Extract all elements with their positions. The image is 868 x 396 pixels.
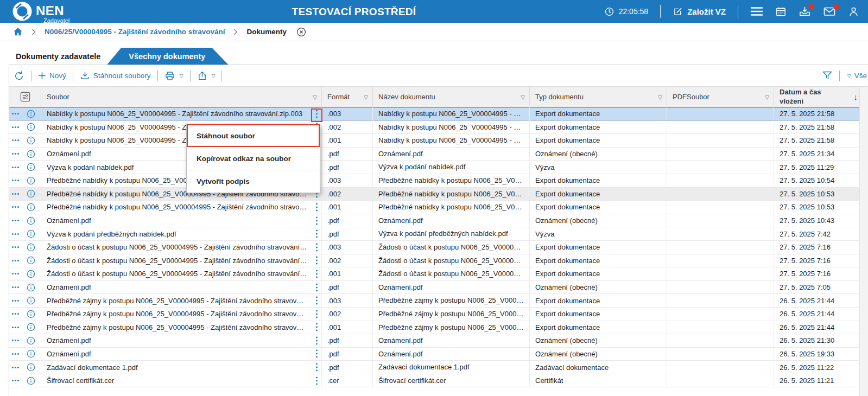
row-kebab-button[interactable] — [315, 202, 319, 212]
row-info-icon[interactable] — [27, 203, 35, 212]
row-info-icon[interactable] — [27, 283, 35, 292]
table-row[interactable]: Oznámení.pdf .pdf Oznámení.pdf Oznámení … — [9, 214, 868, 228]
row-info-icon[interactable] — [27, 296, 35, 305]
table-row[interactable]: Výzva k podání předběžných nabídek.pdf .… — [9, 227, 868, 241]
row-menu-icon[interactable] — [11, 165, 20, 169]
row-menu-icon[interactable] — [11, 366, 20, 369]
table-row[interactable]: Předběžné zájmy k postupu N006_25_V00004… — [9, 308, 868, 321]
table-row[interactable]: Předběžné zájmy k postupu N006_25_V00004… — [9, 321, 868, 335]
table-row[interactable]: Nabídky k postupu N006_25_V00004995 - Za… — [9, 121, 868, 135]
row-info-icon[interactable] — [27, 310, 35, 318]
row-kebab-button[interactable] — [315, 282, 319, 292]
table-row[interactable]: Nabídky k postupu N006_25_V00004995 - Za… — [9, 107, 868, 121]
table-row[interactable]: Žádosti o účast k postupu N006_25_V00004… — [9, 241, 868, 254]
row-menu-icon[interactable] — [11, 138, 20, 142]
new-button[interactable]: Nový — [38, 72, 66, 80]
row-menu-icon[interactable] — [11, 259, 20, 263]
row-info-icon[interactable] — [27, 163, 35, 171]
col-typ-dokumentu[interactable]: Typ dokumentu▽ — [530, 87, 667, 107]
export-dropdown-arrow[interactable]: ▽ — [212, 73, 216, 79]
col-format[interactable]: Formát▽ — [322, 87, 373, 107]
print-button[interactable]: ▽ — [164, 71, 183, 81]
menu-item-vytvorit-podpis[interactable]: Vytvořit podpis — [187, 170, 320, 193]
row-menu-icon[interactable] — [11, 112, 20, 116]
row-kebab-button[interactable] — [315, 322, 319, 333]
table-row[interactable]: Zadávací dokumentace 1.pdf .pdf Zadávací… — [9, 361, 868, 374]
row-info-icon[interactable] — [27, 376, 35, 385]
filter-arrow-icon[interactable]: ▽ — [313, 94, 317, 100]
row-info-icon[interactable] — [27, 270, 35, 278]
row-kebab-button[interactable] — [315, 215, 319, 226]
row-kebab-button[interactable] — [315, 108, 319, 119]
filter-arrow-icon[interactable]: ▽ — [521, 94, 525, 100]
tab-dokumenty-zadavatele[interactable]: Dokumenty zadavatele — [9, 48, 115, 65]
row-info-icon[interactable] — [27, 229, 35, 238]
table-row[interactable]: Žádosti o účast k postupu N006_25_V00004… — [9, 254, 868, 268]
tab-vsechny-dokumenty[interactable]: Všechny dokumenty — [107, 48, 228, 65]
row-info-icon[interactable] — [27, 336, 35, 345]
row-menu-icon[interactable] — [11, 379, 20, 382]
row-kebab-button[interactable] — [315, 229, 319, 239]
breadcrumb-link-procedure[interactable]: N006/25/V00004995 - Zajištění závodního … — [45, 28, 225, 36]
nen-logo[interactable]: NEN Zadavatel — [12, 1, 69, 24]
main-menu-button[interactable] — [750, 6, 763, 17]
filter-button[interactable] — [822, 71, 833, 81]
table-row[interactable]: Žádosti o účast k postupu N006_25_V00004… — [9, 267, 868, 281]
print-dropdown-arrow[interactable]: ▽ — [180, 73, 183, 79]
sort-desc-icon[interactable]: ↓ — [854, 92, 858, 102]
view-filter-dropdown[interactable]: ▽ Vše — [846, 72, 867, 80]
row-kebab-button[interactable] — [315, 269, 319, 279]
row-kebab-button[interactable] — [315, 362, 319, 373]
vertical-scrollbar[interactable] — [859, 87, 868, 396]
row-info-icon[interactable] — [27, 243, 35, 252]
row-info-icon[interactable] — [27, 216, 35, 225]
table-row[interactable]: Výzva k podání nabídek.pdf .pdf Výzva k … — [9, 161, 868, 174]
col-soubor[interactable]: Soubor▽ — [41, 87, 322, 107]
messages-button[interactable] — [823, 6, 836, 17]
table-row[interactable]: Šifrovací certifikát.cer .cer Šifrovací … — [9, 374, 868, 388]
row-info-icon[interactable] — [27, 323, 35, 331]
row-info-icon[interactable] — [27, 256, 35, 265]
row-menu-icon[interactable] — [11, 205, 20, 209]
profile-button[interactable] — [848, 6, 859, 17]
row-info-icon[interactable] — [27, 136, 35, 145]
row-menu-icon[interactable] — [11, 192, 20, 196]
row-kebab-button[interactable] — [315, 335, 319, 346]
breadcrumb-close-button[interactable] — [296, 27, 306, 37]
row-info-icon[interactable] — [27, 349, 35, 358]
row-menu-icon[interactable] — [11, 219, 20, 222]
col-datum-a-cas-vlozeni[interactable]: Datum a čas vložení↓ — [774, 87, 860, 107]
row-kebab-button[interactable] — [315, 296, 319, 306]
col-nazev-dokumentu[interactable]: Název dokumentu▽ — [373, 87, 530, 107]
export-button[interactable]: ▽ — [197, 71, 216, 81]
calendar-button[interactable] — [775, 6, 787, 17]
row-menu-icon[interactable] — [11, 352, 20, 356]
home-button[interactable] — [13, 27, 23, 36]
download-files-button[interactable]: Stáhnout soubory — [80, 71, 151, 81]
row-menu-icon[interactable] — [11, 245, 20, 249]
row-menu-icon[interactable] — [11, 272, 20, 276]
row-menu-icon[interactable] — [11, 325, 20, 329]
create-vz-button[interactable]: Založit VZ — [673, 7, 726, 17]
table-row[interactable]: Předběžné nabídky k postupu N006_25_V000… — [9, 201, 868, 214]
table-row[interactable]: Oznámení.pdf .pdf Oznámení.pdf Oznámení … — [9, 334, 868, 348]
row-kebab-button[interactable] — [315, 242, 319, 252]
row-kebab-button[interactable] — [315, 256, 319, 266]
row-menu-icon[interactable] — [11, 312, 20, 316]
row-menu-icon[interactable] — [11, 178, 20, 182]
row-kebab-button[interactable] — [315, 375, 319, 386]
menu-item-stahnout-soubor[interactable]: Stáhnout soubor — [187, 124, 320, 147]
row-menu-icon[interactable] — [11, 299, 20, 303]
row-info-icon[interactable] — [27, 150, 35, 158]
table-row[interactable]: Předběžné nabídky k postupu N006_25_V000… — [9, 174, 868, 188]
table-row[interactable]: Oznámení.pdf .pdf Oznámení.pdf Oznámení … — [9, 148, 868, 161]
menu-item-kopirovat-odkaz[interactable]: Kopírovat odkaz na soubor — [187, 147, 320, 170]
row-menu-icon[interactable] — [11, 232, 20, 236]
row-menu-icon[interactable] — [11, 338, 20, 342]
filter-arrow-icon[interactable]: ▽ — [658, 94, 662, 100]
filter-arrow-icon[interactable]: ▽ — [364, 94, 368, 100]
refresh-button[interactable] — [14, 71, 24, 81]
table-row[interactable]: Oznámení.pdf .pdf Oznámení.pdf Oznámení … — [9, 281, 868, 295]
table-row[interactable]: Předběžné zájmy k postupu N006_25_V00004… — [9, 294, 868, 308]
filter-arrow-icon[interactable]: ▽ — [765, 94, 769, 100]
